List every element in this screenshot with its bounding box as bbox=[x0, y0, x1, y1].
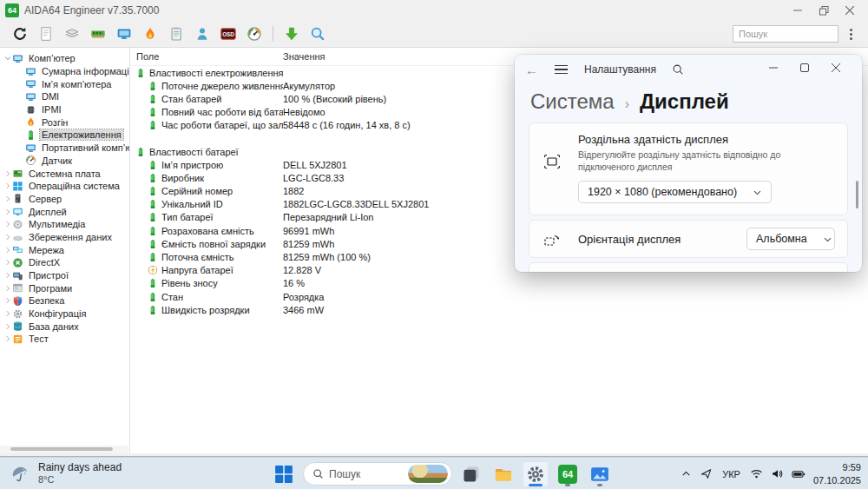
column-field[interactable]: Поле bbox=[130, 51, 283, 62]
close-button[interactable] bbox=[837, 1, 863, 20]
chevron-right-icon[interactable] bbox=[3, 246, 12, 254]
orientation-dropdown[interactable]: Альбомна bbox=[746, 228, 835, 250]
windows-icon bbox=[12, 181, 23, 192]
table-row[interactable]: Рівень зносу16 % bbox=[130, 277, 868, 290]
toolbar-refresh-button[interactable] bbox=[9, 23, 31, 44]
chevron-right-icon[interactable] bbox=[3, 233, 12, 241]
chevron-right-icon[interactable] bbox=[3, 271, 12, 280]
tree-item-сумарна-інформація[interactable]: Сумарна інформація bbox=[0, 65, 129, 78]
tree-item-операційна-система[interactable]: Операційна система bbox=[0, 180, 129, 193]
tree-item-пристрої[interactable]: Пристрої bbox=[0, 269, 129, 282]
settings-search-icon[interactable] bbox=[672, 63, 684, 76]
field-value: 58448 с (16 годин, 14 хв, 8 с) bbox=[283, 120, 411, 130]
battery-icon bbox=[148, 252, 158, 262]
battery-tray-icon[interactable] bbox=[792, 467, 806, 481]
photos-app-button[interactable] bbox=[587, 461, 613, 487]
toolbar-download-button[interactable] bbox=[280, 23, 303, 44]
field-label: Виробник bbox=[161, 173, 204, 183]
tree-item-ipmi[interactable]: IPMI bbox=[0, 103, 129, 116]
tree-item-розгін[interactable]: Розгін bbox=[0, 116, 129, 129]
tree-item-directx[interactable]: DirectX bbox=[0, 256, 129, 269]
tree-item-електроживлення[interactable]: Електроживлення bbox=[0, 129, 129, 142]
chevron-down-icon[interactable] bbox=[3, 54, 12, 63]
tree-item-системна-плата[interactable]: Системна плата bbox=[0, 167, 129, 180]
database-icon bbox=[12, 320, 23, 332]
start-icon bbox=[274, 465, 293, 484]
tree-item-портативний-комп-ютер[interactable]: Портативний комп’ютер bbox=[0, 142, 129, 155]
chevron-right-icon[interactable] bbox=[3, 220, 12, 228]
aida64-logo-icon: 64 bbox=[5, 3, 19, 17]
clock[interactable]: 9:59 07.10.2025 bbox=[813, 461, 861, 486]
chevron-right-icon[interactable] bbox=[3, 195, 12, 203]
column-value[interactable]: Значення bbox=[283, 51, 326, 62]
toolbar-report-button[interactable] bbox=[35, 23, 57, 44]
toolbar-flame-button[interactable] bbox=[139, 23, 161, 44]
tree-item-база-даних[interactable]: База даних bbox=[0, 320, 129, 333]
wifi-icon[interactable] bbox=[750, 467, 763, 480]
minimize-button[interactable] bbox=[785, 1, 811, 20]
toolbar-video-button[interactable] bbox=[113, 23, 135, 44]
toolbar-osd-button[interactable]: OSD bbox=[217, 23, 240, 44]
report-icon bbox=[38, 26, 54, 42]
tree-item-ім-я-комп-ютера[interactable]: Ім’я комп’ютера bbox=[0, 77, 129, 90]
tree-item-мультимедіа[interactable]: Мультимедіа bbox=[0, 218, 129, 231]
tree-item-датчик[interactable]: Датчик bbox=[0, 155, 129, 168]
field-value: 81259 mWh bbox=[283, 239, 334, 249]
taskbar-search-box[interactable]: Пошук bbox=[303, 462, 452, 486]
table-row[interactable]: Швидкість розрядки3466 mW bbox=[130, 303, 868, 316]
sidebar-horizontal-scrollbar[interactable] bbox=[0, 446, 128, 453]
chevron-right-icon[interactable] bbox=[3, 322, 12, 331]
hamburger-menu-icon[interactable] bbox=[548, 65, 574, 75]
layers-icon bbox=[64, 26, 80, 42]
restore-button[interactable] bbox=[811, 1, 837, 20]
chevron-right-icon[interactable] bbox=[3, 334, 12, 343]
toolbar-user-button[interactable] bbox=[191, 23, 214, 44]
breadcrumb-system[interactable]: Система bbox=[530, 89, 615, 114]
settings-maximize-button[interactable] bbox=[789, 55, 820, 81]
chevron-right-icon[interactable] bbox=[3, 309, 12, 318]
aida64-app-button[interactable]: 64 bbox=[555, 461, 581, 487]
chevron-right-icon[interactable] bbox=[3, 182, 12, 190]
tree-item-тест[interactable]: Тест bbox=[0, 333, 129, 346]
toolbar-find-button[interactable] bbox=[306, 23, 329, 44]
tree-item-дисплей[interactable]: Дисплей bbox=[0, 205, 129, 218]
tree-item-сервер[interactable]: Сервер bbox=[0, 193, 129, 206]
photos-icon bbox=[590, 465, 609, 484]
chevron-right-icon[interactable] bbox=[3, 258, 12, 267]
bench-icon bbox=[168, 26, 184, 42]
toolbar-layers-button[interactable] bbox=[61, 23, 83, 44]
volume-icon[interactable] bbox=[771, 467, 784, 480]
back-button[interactable]: ← bbox=[525, 63, 548, 77]
weather-widget[interactable]: Rainy days ahead 8°C bbox=[9, 461, 122, 485]
file-explorer-button[interactable] bbox=[490, 461, 516, 487]
tree-item-конфігурація[interactable]: Конфігурація bbox=[0, 307, 129, 320]
toolbar-ram-button[interactable] bbox=[87, 23, 109, 44]
search-highlight-image[interactable] bbox=[408, 465, 448, 483]
toolbar-gauge-button[interactable] bbox=[243, 23, 266, 44]
settings-close-button[interactable] bbox=[820, 55, 852, 81]
download-icon bbox=[284, 26, 299, 42]
location-share-icon[interactable] bbox=[700, 467, 713, 480]
settings-scrollbar[interactable] bbox=[856, 181, 858, 208]
tray-chevron-up-icon[interactable] bbox=[681, 468, 692, 479]
aida64-search-input[interactable] bbox=[733, 25, 838, 43]
chevron-right-icon[interactable] bbox=[3, 208, 12, 216]
settings-minimize-button[interactable] bbox=[758, 55, 789, 81]
chevron-right-icon[interactable] bbox=[3, 284, 12, 293]
chevron-right-icon[interactable] bbox=[3, 296, 12, 305]
tree-item-програми[interactable]: Програми bbox=[0, 281, 129, 294]
settings-app-button[interactable] bbox=[523, 461, 549, 487]
menu-dots-button[interactable] bbox=[842, 24, 859, 43]
tree-item-збереження-даних[interactable]: Збереження даних bbox=[0, 231, 129, 244]
tree-item-мережа[interactable]: Мережа bbox=[0, 243, 129, 256]
resolution-dropdown[interactable]: 1920 × 1080 (рекомендовано) bbox=[578, 181, 772, 203]
tree-item-безпека[interactable]: Безпека bbox=[0, 294, 129, 307]
toolbar-bench-button[interactable] bbox=[165, 23, 187, 44]
table-row[interactable]: СтанРозрядка bbox=[130, 290, 868, 303]
start-button[interactable] bbox=[271, 461, 297, 487]
task-view-button[interactable] bbox=[458, 461, 484, 487]
chevron-right-icon[interactable] bbox=[3, 169, 12, 178]
tree-item-dmi[interactable]: DMI bbox=[0, 90, 129, 103]
language-indicator[interactable]: УКР bbox=[720, 469, 742, 479]
tree-item-комп-ютер[interactable]: Комп’ютер bbox=[0, 52, 129, 65]
